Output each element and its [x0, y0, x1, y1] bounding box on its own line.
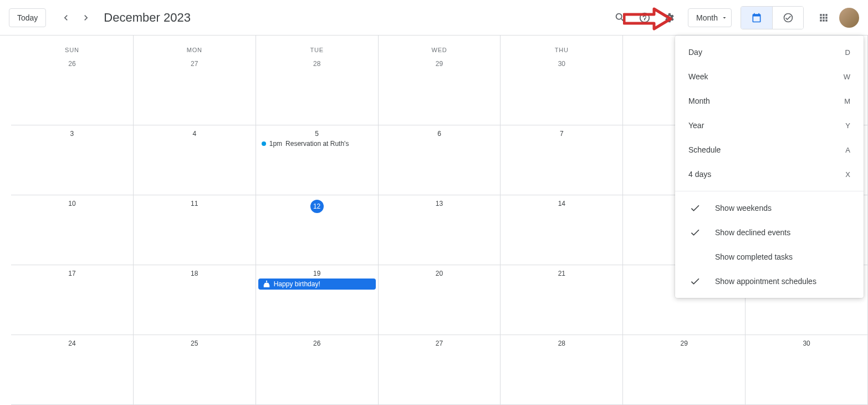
- toggle-option-label: Show completed tasks: [715, 252, 793, 261]
- calendar-day-cell[interactable]: 27: [379, 335, 501, 405]
- day-number: 29: [381, 60, 498, 68]
- event-time: 1pm: [269, 140, 282, 148]
- calendar-day-cell[interactable]: 30: [501, 55, 623, 125]
- view-switcher[interactable]: Month: [688, 8, 732, 27]
- day-number: 18: [136, 270, 253, 277]
- calendar-day-cell[interactable]: 21: [501, 265, 623, 335]
- calendar-day-cell[interactable]: 4: [134, 125, 256, 195]
- calendar-day-cell[interactable]: 27: [134, 55, 256, 125]
- check-icon: [684, 227, 706, 238]
- view-option-shortcut: X: [845, 170, 850, 179]
- calendar-day-cell[interactable]: 20: [379, 265, 501, 335]
- day-number: 5: [258, 130, 376, 138]
- toggle-option[interactable]: Show declined events: [675, 220, 864, 245]
- calendar-day-cell[interactable]: 24: [11, 335, 134, 405]
- prev-month-button[interactable]: [57, 9, 75, 27]
- day-number: 19: [258, 270, 376, 277]
- day-number: 10: [13, 200, 131, 207]
- day-number: 27: [136, 60, 253, 68]
- chevron-left-icon: [60, 12, 72, 23]
- toggle-option[interactable]: Show completed tasks: [675, 245, 864, 269]
- chevron-right-icon: [80, 12, 91, 23]
- calendar-day-cell[interactable]: 12: [256, 195, 379, 265]
- day-number: 26: [13, 60, 131, 68]
- toggle-option[interactable]: Show appointment schedules: [675, 269, 864, 293]
- toggle-option-label: Show declined events: [715, 228, 790, 237]
- app-header: Today December 2023 Month: [0, 0, 868, 36]
- day-number: 26: [258, 340, 376, 347]
- calendar-day-cell[interactable]: 28: [501, 335, 623, 405]
- day-number: 3: [13, 130, 131, 138]
- apps-grid-icon: [818, 12, 829, 23]
- calendar-event-block[interactable]: Happy birthday!: [258, 279, 376, 290]
- view-option-label: 4 days: [688, 170, 845, 179]
- view-option-label: Week: [688, 72, 844, 81]
- view-option-shortcut: Y: [845, 122, 850, 130]
- calendar-day-cell[interactable]: 6: [379, 125, 501, 195]
- calendar-day-cell[interactable]: 17: [11, 265, 134, 335]
- gear-icon: [663, 12, 675, 24]
- calendar-day-cell[interactable]: 10: [11, 195, 134, 265]
- calendar-event[interactable]: 1pmReservation at Ruth's: [258, 139, 376, 149]
- calendar-day-cell[interactable]: 7: [501, 125, 623, 195]
- calendar-day-cell[interactable]: 18: [134, 265, 256, 335]
- day-of-week-header: TUE: [256, 36, 379, 55]
- view-option-shortcut: W: [844, 73, 850, 81]
- view-option[interactable]: 4 daysX: [675, 162, 864, 186]
- view-option-shortcut: D: [845, 48, 850, 57]
- event-title: Reservation at Ruth's: [285, 140, 349, 148]
- calendar-day-cell[interactable]: 28: [256, 55, 379, 125]
- view-option-label: Day: [688, 48, 845, 57]
- day-number: 27: [381, 340, 498, 347]
- view-option[interactable]: YearY: [675, 113, 864, 138]
- calendar-day-cell[interactable]: 14: [501, 195, 623, 265]
- calendar-day-cell[interactable]: 51pmReservation at Ruth's: [256, 125, 379, 195]
- calendar-day-cell[interactable]: 26: [11, 55, 134, 125]
- help-button[interactable]: [634, 7, 656, 29]
- day-number: 11: [136, 200, 253, 207]
- day-number: 14: [503, 200, 620, 207]
- view-option[interactable]: MonthM: [675, 89, 864, 113]
- calendar-day-cell[interactable]: 11: [134, 195, 256, 265]
- day-of-week-header: SUN: [11, 36, 134, 55]
- toggle-option-label: Show appointment schedules: [715, 277, 816, 286]
- toggle-option-label: Show weekends: [715, 204, 772, 212]
- day-number: 25: [136, 340, 253, 347]
- account-avatar[interactable]: [839, 8, 859, 28]
- view-option-label: Schedule: [688, 145, 845, 154]
- view-option[interactable]: DayD: [675, 40, 864, 64]
- next-month-button[interactable]: [77, 9, 95, 27]
- day-number: 4: [136, 130, 253, 138]
- calendar-day-cell[interactable]: 3: [11, 125, 134, 195]
- calendar-icon: [751, 12, 762, 23]
- day-number: 29: [625, 340, 743, 347]
- day-number: 13: [381, 200, 498, 207]
- view-option-label: Month: [688, 97, 844, 105]
- search-button[interactable]: [609, 7, 631, 29]
- day-number: 28: [503, 340, 620, 347]
- day-of-week-header: THU: [501, 36, 623, 55]
- calendar-day-cell[interactable]: 29: [379, 55, 501, 125]
- page-title: December 2023: [104, 11, 191, 25]
- search-icon: [614, 12, 626, 24]
- view-option[interactable]: ScheduleA: [675, 138, 864, 162]
- day-of-week-header: MON: [134, 36, 256, 55]
- calendar-day-cell[interactable]: 25: [134, 335, 256, 405]
- calendar-day-cell[interactable]: 30: [746, 335, 868, 405]
- calendar-day-cell[interactable]: 26: [256, 335, 379, 405]
- menu-divider: [675, 191, 864, 191]
- calendar-day-cell[interactable]: 19Happy birthday!: [256, 265, 379, 335]
- check-circle-icon: [783, 12, 794, 23]
- tasks-view-toggle[interactable]: [772, 7, 803, 29]
- calendar-day-cell[interactable]: 29: [623, 335, 746, 405]
- calendar-day-cell[interactable]: 13: [379, 195, 501, 265]
- toggle-option[interactable]: Show weekends: [675, 196, 864, 220]
- settings-button[interactable]: [658, 7, 680, 29]
- event-title: Happy birthday!: [274, 280, 320, 288]
- calendar-view-toggle[interactable]: [741, 7, 772, 29]
- view-toggle-group: [741, 6, 804, 29]
- view-option[interactable]: WeekW: [675, 64, 864, 89]
- google-apps-button[interactable]: [813, 7, 835, 29]
- help-icon: [639, 12, 651, 24]
- today-button[interactable]: Today: [9, 8, 46, 27]
